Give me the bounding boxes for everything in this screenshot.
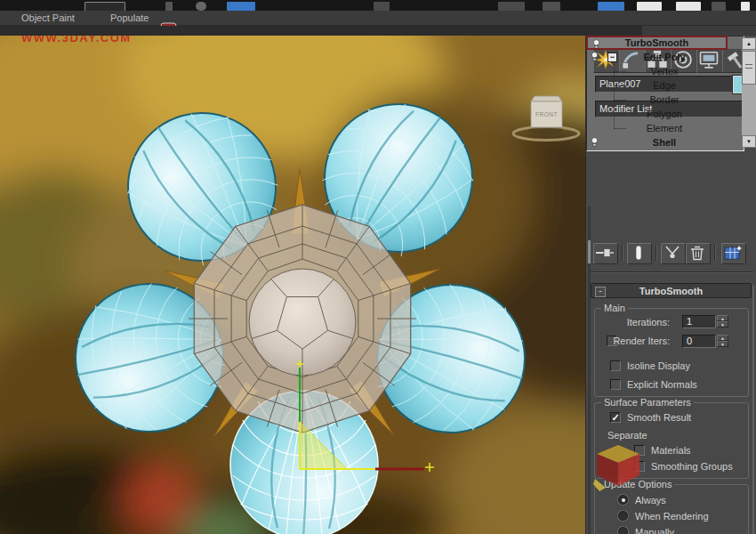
stack-subobject-border[interactable]: Border xyxy=(586,93,743,107)
rollout-collapse-icon[interactable]: - xyxy=(595,287,606,297)
panel-divider xyxy=(590,271,753,273)
stack-item-label: Element xyxy=(647,123,682,134)
manually-label: Manually xyxy=(635,527,674,534)
rollout-title: TurboSmooth xyxy=(639,286,703,296)
pin-stack-button[interactable] xyxy=(593,243,618,264)
smoothing-groups-label: Smoothing Groups xyxy=(651,461,733,472)
smoothing-groups-checkbox[interactable] xyxy=(634,461,645,472)
iterations-label: Iterations: xyxy=(627,317,670,328)
toolbar-field[interactable] xyxy=(676,2,701,11)
stack-item-label: TurboSmooth xyxy=(625,37,688,48)
viewport-front[interactable]: FRONT WWW.3DAY.COM xyxy=(0,36,585,534)
iterations-field[interactable]: 1 xyxy=(682,315,716,328)
3dsmax-window: Object Paint Populate xyxy=(0,0,756,534)
stack-subobject-polygon[interactable]: Polygon xyxy=(586,107,743,121)
pin-stack-icon xyxy=(594,244,615,262)
toolbar-icon[interactable] xyxy=(196,2,206,11)
always-radio[interactable] xyxy=(618,495,628,505)
toolbar-icon[interactable] xyxy=(543,2,560,11)
always-label: Always xyxy=(635,495,666,506)
surface-parameters-label: Surface Parameters xyxy=(601,397,694,408)
when-rendering-radio[interactable] xyxy=(618,511,628,521)
turbosmooth-rollout-header[interactable]: - TurboSmooth xyxy=(591,283,752,298)
toolbar-field[interactable] xyxy=(84,2,125,11)
separate-label: Separate xyxy=(607,430,647,441)
scroll-thumb[interactable] xyxy=(742,51,744,85)
toolbar-button-active[interactable] xyxy=(227,2,255,11)
remove-modifier-button[interactable] xyxy=(686,243,711,264)
render-iters-spinner[interactable]: ▲ ▼ xyxy=(717,335,728,348)
main-group-label: Main xyxy=(601,303,628,313)
collapse-icon[interactable]: − xyxy=(607,53,617,62)
toolbar-icon[interactable] xyxy=(165,2,173,11)
stack-item-edit-poly[interactable]: − Edit Poly xyxy=(586,50,743,64)
explicit-normals-checkbox[interactable] xyxy=(610,379,621,390)
toolbar-icon[interactable] xyxy=(741,2,750,11)
toolbar-icon[interactable] xyxy=(498,2,525,11)
stack-item-label: Vertex xyxy=(650,66,678,77)
explicit-normals-label: Explicit Normals xyxy=(627,379,697,390)
viewcube-face-label: FRONT xyxy=(535,111,558,117)
ribbon: Object Paint Populate xyxy=(0,11,756,26)
ribbon-tab-populate[interactable]: Populate xyxy=(105,12,154,24)
spin-down-icon[interactable]: ▼ xyxy=(717,341,728,347)
smooth-result-checkbox[interactable]: ✓ xyxy=(610,412,621,423)
toolbar-dropdown-active[interactable] xyxy=(598,2,624,11)
manually-radio[interactable] xyxy=(618,527,628,534)
spin-up-icon[interactable]: ▲ xyxy=(717,315,728,321)
show-end-result-icon xyxy=(628,244,649,262)
stack-subobject-edge[interactable]: Edge xyxy=(586,78,743,93)
update-options-group: Update Options Always When Rendering Man… xyxy=(594,484,749,534)
bulb-icon[interactable] xyxy=(592,39,600,49)
main-group: Main Iterations: 1 ▲ ▼ Render Iters: 0 ▲… xyxy=(594,308,749,397)
panel-top-strip xyxy=(642,26,756,36)
scroll-up-icon[interactable]: ▲ xyxy=(742,37,744,50)
spin-up-icon[interactable]: ▲ xyxy=(717,335,728,341)
watermark-text: WWW.3DAY.COM xyxy=(21,36,132,44)
surface-parameters-group: Surface Parameters ✓ Smooth Result Separ… xyxy=(594,402,749,479)
stack-item-label: Edge xyxy=(653,80,676,91)
bulb-icon[interactable] xyxy=(591,137,599,147)
remove-modifier-icon xyxy=(687,244,708,262)
modifier-stack: TurboSmooth − Edit Poly Vertex Edge Bord… xyxy=(586,36,744,151)
show-end-result-button[interactable] xyxy=(627,243,652,264)
iterations-spinner[interactable]: ▲ ▼ xyxy=(717,315,728,328)
stack-item-label: Border xyxy=(649,94,679,105)
ribbon-tab-object-paint[interactable]: Object Paint xyxy=(16,12,80,24)
configure-modifier-sets-icon xyxy=(722,244,744,262)
toolbar-icon[interactable] xyxy=(712,2,726,11)
isoline-display-checkbox[interactable] xyxy=(610,360,621,371)
configure-modifier-sets-button[interactable] xyxy=(721,243,746,264)
stack-subobject-vertex[interactable]: Vertex xyxy=(586,64,743,78)
scroll-down-icon[interactable]: ▼ xyxy=(742,135,744,148)
stack-subobject-element[interactable]: Element xyxy=(586,121,743,135)
smooth-result-label: Smooth Result xyxy=(627,412,691,423)
stack-scrollbar[interactable]: ▲ ▼ xyxy=(742,37,744,148)
when-rendering-label: When Rendering xyxy=(635,511,709,522)
viewport-canvas[interactable]: FRONT xyxy=(0,36,585,534)
stack-item-label: Edit Poly xyxy=(643,52,685,62)
panel-right-scrollbar[interactable] xyxy=(752,285,754,534)
toolbar-field[interactable] xyxy=(637,2,662,11)
render-iters-field[interactable]: 0 xyxy=(682,335,716,348)
materials-label: Materials xyxy=(651,445,691,456)
toolbar-icon[interactable] xyxy=(374,2,390,11)
make-unique-icon xyxy=(662,244,683,262)
stack-item-shell[interactable]: Shell xyxy=(586,135,743,150)
command-panel: Plane007 Modifier List ▼ TurboSmooth xyxy=(585,36,756,534)
bulb-icon[interactable] xyxy=(591,52,599,61)
update-options-label: Update Options xyxy=(601,479,674,490)
isoline-display-label: Isoline Display xyxy=(627,360,690,371)
make-unique-button[interactable] xyxy=(661,243,686,264)
spin-down-icon[interactable]: ▼ xyxy=(717,321,728,328)
panel-left-scrollbar[interactable] xyxy=(588,206,591,534)
stack-item-label: Polygon xyxy=(647,109,682,119)
render-iters-label: Render Iters: xyxy=(613,336,670,346)
stack-item-label: Shell xyxy=(653,137,676,148)
materials-checkbox[interactable] xyxy=(634,445,645,456)
main-toolbar-strip xyxy=(0,0,756,11)
stack-item-turbosmooth[interactable]: TurboSmooth xyxy=(586,36,728,50)
